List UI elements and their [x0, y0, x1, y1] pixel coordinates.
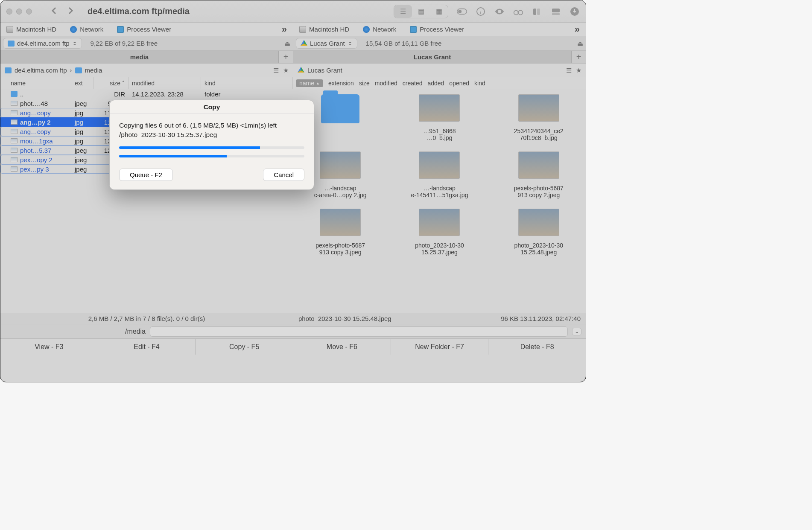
path-field[interactable] [150, 326, 568, 337]
crumb-media[interactable]: media [85, 67, 102, 74]
col-kind[interactable]: kind [201, 77, 293, 89]
nav-back[interactable] [51, 6, 58, 17]
view-columns-icon[interactable]: ▤ [412, 5, 430, 18]
grid-item[interactable]: photo_2023-10-3015.25.37.jpeg [399, 209, 480, 256]
new-tab-left[interactable]: + [278, 51, 293, 63]
col-size-r[interactable]: size [359, 80, 370, 87]
fav-more-right[interactable]: » [575, 24, 580, 35]
svg-rect-10 [552, 13, 560, 15]
path-label: /media [5, 328, 146, 335]
view-list-icon[interactable]: ☰ [394, 5, 412, 18]
breadcrumb-left: de4.eltima.com ftp › media ☰ ★ [0, 64, 293, 77]
nav-forward[interactable] [67, 6, 74, 17]
svg-point-1 [458, 10, 461, 13]
svg-point-4 [514, 10, 518, 15]
window-title: de4.eltima.com ftp/media [88, 6, 190, 16]
svg-point-5 [518, 10, 523, 15]
star-icon[interactable]: ★ [576, 67, 581, 74]
col-modified[interactable]: modified [129, 77, 201, 89]
globe-icon [363, 26, 370, 33]
free-space-right: 15,54 GB of 16,11 GB free [366, 40, 442, 47]
breadcrumb-bar: de4.eltima.com ftp › media ☰ ★ Lucas Gra… [0, 64, 586, 77]
col-ext-r[interactable]: extension [328, 80, 354, 87]
preview-icon[interactable] [494, 6, 505, 17]
image-thumb [320, 209, 361, 236]
copy-dialog: Copy Copying files 6 out of 6. (1,5 MB/2… [109, 100, 314, 190]
fav-network[interactable]: Network [70, 26, 103, 33]
path-dropdown-icon[interactable]: ⌄ [572, 328, 581, 335]
image-thumb [518, 94, 559, 122]
svg-text:i: i [480, 9, 482, 15]
download-icon[interactable] [570, 6, 580, 17]
icon-view[interactable]: …951_6868…0_b.jpg25341240344_ce270f19c8_… [293, 89, 586, 313]
fav-process-viewer[interactable]: Process Viewer [117, 26, 171, 33]
col-added-r[interactable]: added [427, 80, 444, 87]
info-icon[interactable]: i [476, 6, 486, 17]
eject-left[interactable]: ⏏ [284, 40, 290, 47]
fav-more-left[interactable]: » [282, 24, 287, 35]
crumb-root[interactable]: de4.eltima.com ftp [15, 67, 67, 74]
fn-view[interactable]: View - F3 [0, 339, 98, 355]
image-thumb [518, 209, 559, 236]
col-size[interactable]: size ˄ [93, 77, 129, 89]
tab-lucas-grant[interactable]: Lucas Grant [293, 51, 571, 63]
drive-selector-right[interactable]: Lucas Grant [296, 38, 357, 49]
list-mode-icon[interactable]: ☰ [273, 67, 279, 74]
folder-icon [8, 41, 15, 47]
file-row[interactable]: ..DIR14.12.2023, 23:28folder [0, 89, 293, 99]
fav-process-viewer-r[interactable]: Process Viewer [410, 26, 464, 33]
folder-icon [5, 67, 12, 73]
list-mode-icon[interactable]: ☰ [566, 67, 572, 74]
new-tab-right[interactable]: + [571, 51, 586, 63]
close-window[interactable] [6, 9, 12, 15]
grid-item[interactable]: …951_6868…0_b.jpg [399, 94, 480, 141]
drive-selector-left[interactable]: de4.eltima.com ftp [3, 38, 82, 49]
svg-rect-9 [552, 9, 560, 12]
col-kind-r[interactable]: kind [474, 80, 485, 87]
tabs-right: Lucas Grant + [293, 51, 586, 63]
crumb-lucas[interactable]: Lucas Grant [307, 67, 342, 74]
grid-item[interactable]: photo_2023-10-3015.25.48.jpeg [498, 209, 579, 256]
free-space-left: 9,22 EB of 9,22 EB free [91, 40, 158, 47]
col-mod-r[interactable]: modified [375, 80, 397, 87]
binoculars-icon[interactable] [513, 6, 523, 17]
folder-icon [11, 91, 18, 97]
grid-item[interactable]: 25341240344_ce270f19c8_b.jpg [498, 94, 579, 141]
grid-item[interactable]: pexels-photo-5687913 copy 3.jpeg [300, 209, 381, 256]
star-icon[interactable]: ★ [283, 67, 289, 74]
cancel-button[interactable]: Cancel [263, 169, 304, 181]
col-created-r[interactable]: created [403, 80, 423, 87]
toggle-switch-icon[interactable] [457, 6, 467, 17]
image-thumb-icon [11, 129, 18, 134]
col-name[interactable]: name [7, 77, 71, 89]
grid-item[interactable]: pexels-photo-5687913 copy 2.jpeg [498, 151, 579, 198]
fn-new-folder[interactable]: New Folder - F7 [391, 339, 489, 355]
col-ext[interactable]: ext [71, 77, 93, 89]
dialog-title: Copy [110, 100, 314, 114]
minimize-window[interactable] [16, 9, 22, 15]
fn-move[interactable]: Move - F6 [293, 339, 391, 355]
fn-copy[interactable]: Copy - F5 [196, 339, 293, 355]
view-mode-segment[interactable]: ☰ ▤ ▦ [394, 5, 448, 18]
globe-icon [70, 26, 77, 33]
grid-item[interactable]: …-landscape-145411…51gxa.jpg [399, 151, 480, 198]
col-opened-r[interactable]: opened [449, 80, 469, 87]
sidebar-bottom-icon[interactable] [551, 6, 561, 17]
zoom-window[interactable] [26, 9, 32, 15]
fav-macintosh-hd[interactable]: Macintosh HD [6, 26, 56, 33]
fav-network-r[interactable]: Network [363, 26, 396, 33]
copy-status-line: Copying files 6 out of 6. (1,5 MB/2,5 MB… [119, 122, 304, 129]
copy-file-line: /photo_2023-10-30 15.25.37.jpeg [119, 131, 304, 139]
progress-overall [119, 146, 304, 149]
image-thumb [419, 209, 460, 236]
view-grid-icon[interactable]: ▦ [430, 5, 448, 18]
fav-macintosh-hd-r[interactable]: Macintosh HD [299, 26, 349, 33]
queue-button[interactable]: Queue - F2 [119, 169, 173, 181]
sidebar-left-icon[interactable] [532, 6, 542, 17]
fn-delete[interactable]: Delete - F8 [488, 339, 586, 355]
tab-media[interactable]: media [0, 51, 278, 63]
fn-edit[interactable]: Edit - F4 [98, 339, 196, 355]
eject-right[interactable]: ⏏ [577, 40, 583, 47]
image-thumb [518, 151, 559, 179]
col-name-r[interactable]: name ▲ [296, 79, 323, 87]
